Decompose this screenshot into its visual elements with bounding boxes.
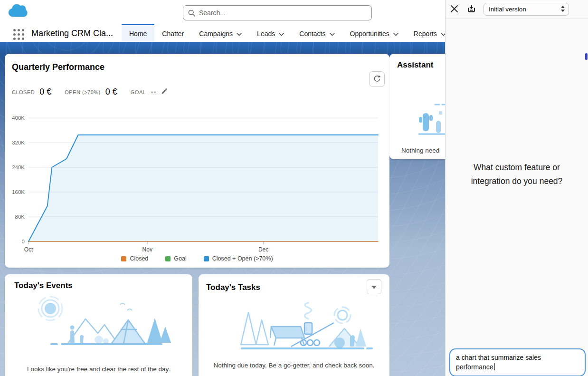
legend-swatch bbox=[165, 256, 171, 261]
events-empty-text: Looks like you're free and clear the res… bbox=[5, 366, 192, 373]
close-button[interactable] bbox=[449, 4, 459, 15]
chevron-down-icon bbox=[393, 30, 398, 38]
legend-label: Closed bbox=[130, 255, 148, 262]
quarterly-chart-svg: 080K160K240K320K400KOctNovDec bbox=[5, 110, 389, 252]
quarterly-performance-card: Quarterly Performance CLOSED0 €OPEN (>70… bbox=[5, 54, 389, 268]
feature-request-input[interactable]: a chart that summarize sales performance bbox=[449, 348, 586, 376]
panel-question: What custom feature or integration do yo… bbox=[446, 161, 588, 188]
kpi-goal: GOAL-- bbox=[131, 87, 169, 97]
kpi-label: CLOSED bbox=[12, 89, 35, 95]
install-icon bbox=[467, 4, 476, 15]
select-arrows-icon bbox=[561, 6, 565, 13]
nav-tab-label: Home bbox=[129, 30, 147, 38]
nav-tab-label: Chatter bbox=[162, 30, 184, 38]
todays-tasks-title: Today's Tasks bbox=[206, 283, 260, 292]
legend-item[interactable]: Goal bbox=[165, 255, 186, 262]
assistant-title: Assistant bbox=[397, 60, 434, 70]
salesforce-cloud-logo bbox=[6, 3, 29, 22]
legend-swatch bbox=[121, 256, 126, 261]
main-nav: HomeChatterCampaignsLeadsContactsOpportu… bbox=[122, 24, 454, 42]
legend-swatch bbox=[204, 256, 209, 261]
nav-tab-label: Contacts bbox=[299, 30, 325, 38]
chevron-down-icon bbox=[279, 30, 284, 38]
close-icon bbox=[450, 5, 458, 14]
nav-tab-chatter[interactable]: Chatter bbox=[154, 24, 191, 42]
nav-tab-opportunities[interactable]: Opportunities bbox=[342, 24, 406, 42]
panel-scrollbar-thumb[interactable] bbox=[585, 53, 588, 60]
panel-toolbar: Initial version bbox=[446, 0, 588, 19]
svg-text:240K: 240K bbox=[12, 164, 25, 170]
svg-text:80K: 80K bbox=[15, 214, 25, 220]
svg-text:320K: 320K bbox=[12, 140, 25, 145]
version-select[interactable]: Initial version bbox=[484, 3, 569, 16]
svg-text:Oct: Oct bbox=[24, 246, 33, 252]
global-header: Marketing CRM Cla... HomeChatterCampaign… bbox=[0, 0, 445, 42]
nav-tab-label: Reports bbox=[414, 30, 437, 38]
kpi-value: 0 € bbox=[39, 87, 51, 97]
search-input[interactable] bbox=[199, 9, 367, 17]
kpi-label: GOAL bbox=[131, 89, 146, 95]
todays-tasks-card: Today's Tasks bbox=[199, 274, 389, 376]
kpi-label: OPEN (>70%) bbox=[65, 89, 101, 95]
nav-tab-label: Campaigns bbox=[199, 30, 233, 38]
refresh-icon bbox=[373, 75, 381, 84]
svg-text:Dec: Dec bbox=[258, 246, 268, 252]
nav-tab-label: Opportunities bbox=[350, 30, 389, 38]
search-icon bbox=[188, 10, 195, 17]
install-button[interactable] bbox=[466, 3, 477, 16]
kpi-value: -- bbox=[151, 87, 156, 97]
campfire-illustration bbox=[215, 293, 377, 357]
dropdown-triangle-icon bbox=[371, 283, 377, 290]
svg-text:160K: 160K bbox=[12, 189, 25, 195]
feature-request-text: a chart that summarize sales performance bbox=[456, 354, 541, 371]
nav-tab-label: Leads bbox=[257, 30, 275, 38]
assistant-empty-text: Nothing need bbox=[401, 147, 439, 154]
builder-side-panel: Initial version What custom feature or i… bbox=[445, 0, 588, 376]
svg-text:0: 0 bbox=[22, 239, 25, 244]
screen: Quarterly Performance CLOSED0 €OPEN (>70… bbox=[0, 0, 588, 376]
camping-illustration bbox=[23, 289, 175, 361]
refresh-button[interactable] bbox=[369, 71, 385, 87]
svg-text:400K: 400K bbox=[12, 115, 25, 121]
app-name: Marketing CRM Cla... bbox=[31, 29, 113, 39]
version-select-value: Initial version bbox=[489, 6, 526, 13]
text-cursor bbox=[494, 363, 495, 370]
app-launcher-icon[interactable] bbox=[13, 29, 25, 40]
quarterly-performance-title: Quarterly Performance bbox=[12, 62, 104, 72]
chevron-down-icon bbox=[330, 30, 335, 38]
nav-tab-contacts[interactable]: Contacts bbox=[292, 24, 342, 42]
dashboard-background: Quarterly Performance CLOSED0 €OPEN (>70… bbox=[0, 42, 445, 376]
legend-item[interactable]: Closed bbox=[121, 255, 148, 262]
legend-label: Closed + Open (>70%) bbox=[212, 255, 273, 262]
tasks-empty-text: Nothing due today. Be a go-getter, and c… bbox=[199, 362, 389, 369]
svg-text:Nov: Nov bbox=[142, 246, 152, 252]
chevron-down-icon bbox=[237, 30, 242, 38]
chart-legend: ClosedGoalClosed + Open (>70%) bbox=[5, 255, 389, 262]
kpi-closed: CLOSED0 € bbox=[12, 87, 51, 97]
nav-tab-campaigns[interactable]: Campaigns bbox=[191, 24, 249, 42]
kpi-row: CLOSED0 €OPEN (>70%)0 €GOAL-- bbox=[12, 87, 168, 97]
pencil-icon bbox=[161, 87, 168, 96]
legend-item[interactable]: Closed + Open (>70%) bbox=[204, 255, 273, 262]
todays-events-title: Today's Events bbox=[14, 281, 73, 290]
nav-tab-leads[interactable]: Leads bbox=[249, 24, 292, 42]
legend-label: Goal bbox=[174, 255, 186, 262]
kpi-value: 0 € bbox=[105, 87, 117, 97]
tasks-menu-button[interactable] bbox=[367, 279, 381, 294]
global-search[interactable] bbox=[183, 5, 372, 20]
edit-goal-button[interactable] bbox=[161, 87, 168, 96]
kpi-open-70-: OPEN (>70%)0 € bbox=[65, 87, 117, 97]
todays-events-card: Today's Events Looks like you're fre bbox=[5, 274, 192, 376]
nav-tab-home[interactable]: Home bbox=[122, 24, 154, 42]
